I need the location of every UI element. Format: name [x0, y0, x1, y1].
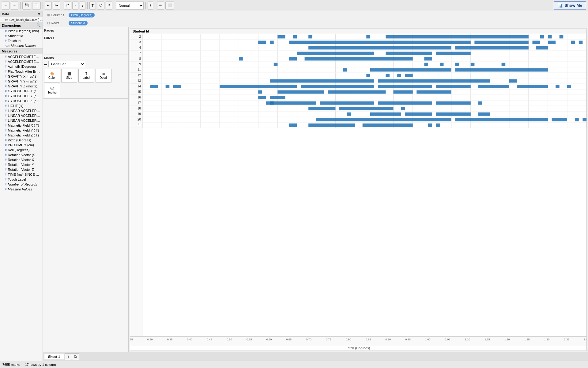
text-button[interactable]: T: [89, 2, 96, 10]
save-button[interactable]: 💾: [22, 2, 31, 10]
measure-icon: #: [5, 114, 7, 117]
measure-item[interactable]: #ACCELEROMETER Z (m/...: [0, 59, 43, 64]
data-section-header: Data ▼: [0, 11, 43, 17]
measure-item[interactable]: #Measure Values: [0, 187, 43, 192]
svg-rect-74: [517, 85, 548, 88]
measure-item[interactable]: #Flag Touch After Error: [0, 69, 43, 74]
svg-rect-64: [378, 79, 490, 83]
measure-label: Measure Values: [8, 187, 32, 191]
measure-item[interactable]: #GRAVITY Z (m/s^2): [0, 84, 43, 89]
measure-item[interactable]: #ACCELEROMETER Y (m/...: [0, 54, 43, 59]
collapse-icon[interactable]: ▼: [37, 12, 41, 16]
svg-rect-62: [405, 74, 413, 77]
sort-asc-button[interactable]: ↑: [72, 2, 78, 10]
svg-rect-60: [386, 74, 390, 77]
add-sheet-button[interactable]: +: [65, 353, 72, 360]
measure-item[interactable]: #GYROSCOPE Y (rad/s): [0, 94, 43, 98]
measure-label: GYROSCOPE X (rad/s): [8, 89, 40, 93]
marks-label-button[interactable]: T Label: [78, 69, 94, 82]
group-button[interactable]: ∷: [106, 2, 112, 10]
show-arrow-button[interactable]: ⟩: [148, 2, 153, 10]
search-icon[interactable]: 🔍: [36, 23, 41, 27]
measure-item[interactable]: #TIME (ms) SINCE START: [0, 172, 43, 177]
duplicate-sheet-button[interactable]: ⧉: [72, 353, 79, 360]
fit-select[interactable]: Normal: [116, 2, 144, 10]
dataset-label: raw_touch_data.csv (ra...: [9, 18, 43, 21]
columns-pill[interactable]: Pitch (Degrees): [69, 13, 95, 17]
dim-item-pitch-bin[interactable]: # Pitch (Degrees) (bin): [0, 29, 43, 33]
redo-button[interactable]: ↪: [53, 2, 60, 10]
pencil-button[interactable]: ✏: [157, 2, 164, 10]
svg-rect-50: [274, 63, 278, 66]
svg-rect-77: [277, 90, 324, 94]
measure-item[interactable]: #GYROSCOPE Z (rad/s): [0, 98, 43, 103]
viz-column-header: Student Id: [130, 29, 586, 34]
shelves-area: ⊞ Columns Pitch (Degrees) ⊟ Rows Student…: [43, 11, 588, 27]
sheet-tab-1[interactable]: Sheet 1: [44, 354, 64, 359]
measure-item[interactable]: #Rotation Vector Y: [0, 162, 43, 167]
measure-item[interactable]: #LINEAR ACCELERATION...: [0, 118, 43, 123]
dim-item-student-id[interactable]: # Student Id: [0, 33, 43, 38]
measure-icon: #: [5, 99, 7, 103]
rows-pill[interactable]: Student Id: [69, 21, 88, 25]
measure-item[interactable]: #Touch Label: [0, 177, 43, 182]
measure-item[interactable]: #Rotation Vector (Scalar ...: [0, 152, 43, 157]
undo-button[interactable]: ↩: [45, 2, 52, 10]
svg-rect-82: [258, 96, 266, 99]
dataset-item[interactable]: 🗃 raw_touch_data.csv (ra...: [0, 17, 43, 22]
measure-item[interactable]: #Magnetic Field Z ( T): [0, 133, 43, 138]
svg-rect-81: [258, 90, 262, 94]
show-me-button[interactable]: 📊 Show Me: [554, 1, 586, 10]
dim-item-touch-id[interactable]: # Touch Id: [0, 38, 43, 43]
swap-button[interactable]: ⇄: [64, 2, 71, 10]
measure-label: Touch Label: [8, 178, 26, 181]
presentation-button[interactable]: ⬜: [165, 2, 174, 10]
new-button[interactable]: 📄: [32, 2, 41, 10]
measure-icon: #: [5, 134, 7, 137]
side-middle: Pages Filters Marks ▬ Gantt Bar: [43, 27, 129, 352]
detail-label: Detail: [100, 76, 107, 79]
row-label: 16: [130, 95, 142, 100]
svg-rect-66: [150, 85, 158, 88]
measure-item[interactable]: #Rotation Vector Z: [0, 167, 43, 172]
measure-item[interactable]: #Number of Records: [0, 182, 43, 187]
measure-icon: #: [5, 70, 7, 73]
measure-icon: #: [5, 144, 7, 147]
svg-rect-72: [436, 85, 470, 88]
separator-6: [145, 2, 146, 9]
dim-item-measure-names[interactable]: Abc Measure Names: [0, 43, 43, 48]
x-axis-label: Pitch (Degrees): [130, 346, 586, 351]
svg-rect-48: [424, 57, 432, 61]
measure-item[interactable]: #Magnetic Field Y ( T): [0, 128, 43, 133]
marks-detail-button[interactable]: ⊞ Detail: [96, 69, 111, 82]
measure-item[interactable]: #Roll (Degrees): [0, 148, 43, 152]
measure-label: Rotation Vector Z: [8, 168, 34, 171]
svg-rect-47: [305, 57, 413, 61]
forward-button[interactable]: →: [11, 2, 18, 10]
measure-item[interactable]: #Pitch (Degrees): [0, 138, 43, 143]
marks-tooltip-button[interactable]: 💬 Tooltip: [44, 84, 60, 97]
measure-item[interactable]: #LIGHT (lx): [0, 103, 43, 108]
measure-item[interactable]: #GRAVITY X (m/s^2): [0, 74, 43, 79]
marks-size-button[interactable]: ⬛ Size: [61, 69, 77, 82]
measures-header: Measures: [0, 48, 43, 54]
highlight-button[interactable]: ⬡: [97, 2, 104, 10]
svg-rect-75: [556, 85, 560, 88]
x-tick: 0.90: [385, 338, 391, 341]
sort-desc-button[interactable]: ↓: [80, 2, 86, 10]
svg-rect-49: [239, 57, 243, 61]
measure-item[interactable]: #GYROSCOPE X (rad/s): [0, 89, 43, 94]
back-button[interactable]: ←: [2, 2, 9, 10]
dim-touch-id-label: Touch Id: [8, 39, 21, 43]
dimensions-label: Dimensions: [2, 24, 21, 27]
marks-color-button[interactable]: 🎨 Color: [44, 69, 60, 82]
measure-item[interactable]: #PROXIMITY (cm): [0, 143, 43, 148]
measure-item[interactable]: #GRAVITY Y (m/s^2): [0, 79, 43, 84]
measure-item[interactable]: #Magnetic Field X ( T): [0, 123, 43, 128]
measure-item[interactable]: #Azimuth (Degrees): [0, 64, 43, 69]
measure-item[interactable]: #LINEAR ACCELERATION...: [0, 113, 43, 118]
measure-item[interactable]: #LINEAR ACCELERATION...: [0, 108, 43, 113]
svg-rect-79: [394, 90, 413, 94]
measure-item[interactable]: #Rotation Vector X: [0, 157, 43, 162]
marks-type-select[interactable]: Gantt Bar: [48, 61, 85, 67]
